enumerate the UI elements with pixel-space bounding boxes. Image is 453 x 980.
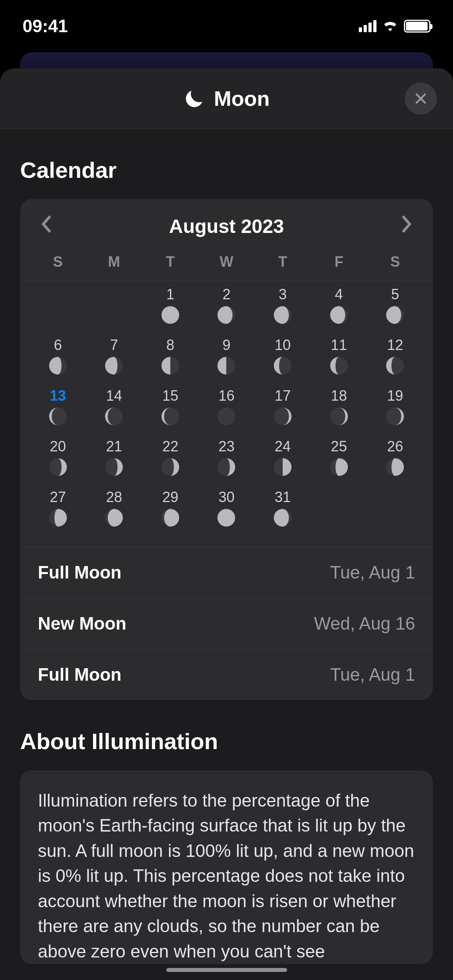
svg-point-20 [335, 357, 343, 375]
calendar-day[interactable]: 1 [142, 286, 199, 334]
calendar-day[interactable]: 17 [254, 387, 311, 436]
close-icon [414, 91, 428, 106]
day-number: 15 [162, 387, 178, 404]
calendar-card: August 2023 SMTWTFS 12 3 4 5 6 7 [20, 199, 433, 700]
chevron-right-icon [401, 215, 413, 233]
moon-phase-icon [273, 407, 292, 426]
event-date: Wed, Aug 16 [314, 614, 415, 634]
svg-point-12 [111, 357, 118, 375]
event-label: New Moon [38, 614, 126, 634]
chevron-left-icon [40, 215, 52, 233]
day-number: 8 [166, 337, 174, 354]
day-number: 14 [106, 387, 122, 404]
moon-phase-icon [273, 356, 292, 375]
moon-event-row[interactable]: New MoonWed, Aug 16 [20, 598, 433, 649]
close-button[interactable] [405, 82, 437, 115]
svg-point-49 [391, 458, 399, 476]
day-number: 1 [166, 286, 174, 303]
weekday-header: SMTWTFS [20, 249, 433, 280]
calendar-day[interactable]: 25 [311, 438, 367, 486]
calendar-day[interactable]: 30 [199, 489, 255, 537]
next-month-button[interactable] [396, 211, 418, 241]
calendar-day[interactable]: 14 [86, 387, 143, 436]
day-number: 20 [50, 438, 66, 455]
day-number: 27 [50, 489, 66, 506]
day-number: 31 [275, 489, 291, 506]
calendar-day[interactable]: 4 [311, 286, 367, 334]
moon-phase-icon [329, 305, 349, 325]
calendar-day[interactable]: 18 [311, 387, 367, 436]
day-number: 21 [106, 438, 122, 455]
calendar-grid: 12 3 4 5 6 7 8 9 10 [20, 280, 433, 547]
moon-phase-icon [48, 356, 68, 375]
moon-phase-icon [48, 457, 68, 477]
weekday-label: S [367, 253, 423, 270]
moon-phase-icon [48, 407, 68, 426]
weekday-label: W [199, 253, 255, 270]
calendar-day[interactable]: 20 [30, 438, 86, 486]
about-section-title: About Illumination [20, 728, 433, 754]
day-number: 19 [387, 387, 403, 404]
prev-month-button[interactable] [35, 211, 57, 241]
calendar-day[interactable]: 10 [254, 337, 311, 385]
calendar-day[interactable]: 11 [311, 337, 367, 385]
weekday-label: S [30, 253, 86, 270]
moon-phase-icon [217, 305, 236, 325]
moon-phase-icon [217, 356, 236, 375]
calendar-day[interactable]: 12 [367, 337, 423, 385]
calendar-day[interactable]: 23 [199, 438, 255, 486]
day-number: 9 [222, 337, 230, 354]
home-indicator[interactable] [166, 968, 287, 972]
calendar-day[interactable]: 19 [367, 387, 423, 436]
calendar-day[interactable]: 24 [254, 438, 311, 486]
moon-phase-icon [104, 457, 124, 477]
calendar-day[interactable]: 3 [254, 286, 311, 334]
svg-point-41 [167, 458, 174, 476]
day-number: 17 [275, 387, 291, 404]
day-number: 6 [54, 337, 62, 354]
day-number: 25 [331, 438, 347, 455]
calendar-day[interactable]: 7 [86, 337, 143, 385]
calendar-day[interactable]: 2 [199, 286, 255, 334]
day-number: 12 [387, 337, 403, 354]
moon-phase-icon [385, 457, 405, 477]
calendar-day[interactable]: 27 [30, 489, 86, 537]
calendar-day[interactable]: 5 [367, 286, 423, 334]
calendar-day[interactable]: 21 [86, 438, 143, 486]
calendar-day[interactable]: 28 [86, 489, 143, 537]
calendar-day[interactable]: 9 [199, 337, 255, 385]
day-number: 7 [110, 337, 118, 354]
svg-point-0 [161, 306, 179, 324]
moon-phase-icon [217, 407, 236, 426]
moon-phase-icon [217, 508, 236, 527]
svg-point-10 [54, 357, 62, 375]
calendar-day[interactable]: 13 [30, 387, 86, 436]
moon-phase-icon [161, 457, 180, 477]
calendar-day[interactable]: 26 [367, 438, 423, 486]
day-number: 11 [331, 337, 347, 354]
calendar-day[interactable]: 31 [254, 489, 311, 537]
weekday-label: M [86, 253, 143, 270]
day-number: 16 [218, 387, 234, 404]
calendar-day[interactable]: 6 [30, 337, 86, 385]
calendar-day[interactable]: 15 [142, 387, 199, 436]
calendar-day[interactable]: 29 [142, 489, 199, 537]
calendar-day[interactable]: 8 [142, 337, 199, 385]
calendar-day[interactable]: 16 [199, 387, 255, 436]
svg-point-35 [389, 408, 401, 425]
moon-events: Full MoonTue, Aug 1New MoonWed, Aug 16Fu… [20, 547, 433, 700]
cellular-icon [359, 20, 376, 32]
svg-point-26 [108, 408, 120, 425]
status-indicators [359, 18, 430, 35]
moon-phase-icon [161, 407, 180, 426]
svg-point-31 [277, 408, 289, 425]
moon-event-row[interactable]: Full MoonTue, Aug 1 [20, 649, 433, 700]
calendar-day [30, 286, 86, 334]
moon-phase-icon [273, 305, 292, 325]
day-number: 26 [387, 438, 403, 455]
weekday-label: T [142, 253, 199, 270]
svg-point-39 [111, 458, 118, 476]
moon-event-row[interactable]: Full MoonTue, Aug 1 [20, 547, 433, 598]
svg-point-2 [220, 306, 233, 324]
calendar-day[interactable]: 22 [142, 438, 199, 486]
